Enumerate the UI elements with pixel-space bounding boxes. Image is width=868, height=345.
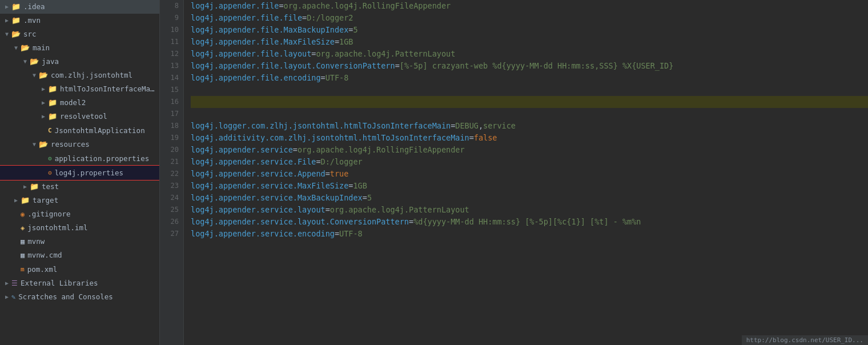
code-area[interactable]: log4j.appender.file=org.apache.log4j.Rol… xyxy=(184,0,868,345)
tree-arrow: ▼ xyxy=(21,56,30,67)
sidebar-item-application.properties[interactable]: ⚙application.properties xyxy=(0,151,159,166)
tree-label: resolvetool xyxy=(60,111,107,122)
sidebar-item-external-libraries[interactable]: ▶☰External Libraries xyxy=(0,276,159,290)
tree-arrow: ▼ xyxy=(30,139,39,150)
code-line: log4j.appender.file=org.apache.log4j.Rol… xyxy=(191,0,868,12)
tree-label: src xyxy=(23,29,37,40)
line-number: 25 xyxy=(164,204,179,216)
sidebar-item-gitignore[interactable]: ◉.gitignore xyxy=(0,207,159,221)
line-number: 27 xyxy=(164,228,179,240)
sidebar-item-JsontohtmlApplication[interactable]: CJsontohtmlApplication xyxy=(0,123,159,138)
tree-icon-folder: 📂 xyxy=(11,29,21,40)
code-line: log4j.appender.service=org.apache.log4j.… xyxy=(191,144,868,156)
code-line: log4j.appender.service.MaxBackupIndex=5 xyxy=(191,192,868,204)
sidebar-item-src[interactable]: ▼📂src xyxy=(0,27,159,41)
sidebar-item-resolvetool[interactable]: ▶📁resolvetool xyxy=(0,110,159,123)
tree-icon-folder: 📂 xyxy=(30,56,39,67)
editor-content: 89101112131415161718192021222324252627 l… xyxy=(160,0,868,345)
tree-arrow: ▼ xyxy=(11,42,21,54)
sidebar-item-pom.xml[interactable]: mpom.xml xyxy=(0,262,159,276)
tree-label: target xyxy=(33,195,58,206)
tree-label: htmlToJsonInterfaceMa... xyxy=(60,83,157,95)
tree-label: Scratches and Consoles xyxy=(18,291,113,303)
sidebar-item-jsontohtml.iml[interactable]: ◈jsontohtml.iml xyxy=(0,221,159,235)
code-line: log4j.appender.service.Append=true xyxy=(191,168,868,180)
code-line: log4j.appender.service.layout=org.apache… xyxy=(191,204,868,216)
line-number: 14 xyxy=(164,72,179,84)
sidebar-item-test[interactable]: ▶📁test xyxy=(0,180,159,194)
tree-label: test xyxy=(42,181,59,192)
tree-icon-mvnw: ▦ xyxy=(21,236,25,247)
tree-arrow: ▼ xyxy=(30,70,39,81)
tree-arrow: ▶ xyxy=(39,111,48,122)
sidebar-item-resources[interactable]: ▼📂resources xyxy=(0,138,159,151)
line-number: 23 xyxy=(164,180,179,192)
tree-icon-java: C xyxy=(48,125,52,137)
sidebar-item-htmlToJsonInterface[interactable]: ▶📁htmlToJsonInterfaceMa... xyxy=(0,82,159,96)
tree-icon-scratch: ✎ xyxy=(11,291,15,303)
tree-arrow: ▶ xyxy=(2,278,11,289)
code-line: log4j.appender.file.layout.ConversionPat… xyxy=(191,60,868,72)
tree-icon-folder: 📁 xyxy=(30,181,39,192)
sidebar-item-scratches[interactable]: ▶✎Scratches and Consoles xyxy=(0,290,159,304)
line-number: 10 xyxy=(164,24,179,36)
tree-icon-iml: ◈ xyxy=(21,222,25,234)
tree-icon-libraries: ☰ xyxy=(11,278,18,289)
code-line: log4j.appender.service.File=D:/logger xyxy=(191,156,868,168)
tree-label: JsontohtmlApplication xyxy=(55,125,145,137)
tree-arrow: ▶ xyxy=(2,291,11,303)
tree-arrow: ▶ xyxy=(39,97,48,109)
line-number: 12 xyxy=(164,48,179,60)
line-number: 15 xyxy=(164,84,179,96)
code-line: log4j.appender.service.MaxFileSize=1GB xyxy=(191,180,868,192)
tree-icon-folder: 📁 xyxy=(48,83,57,95)
code-line xyxy=(191,84,868,96)
tree-icon-folder: 📁 xyxy=(11,15,21,26)
line-number: 20 xyxy=(164,144,179,156)
sidebar-item-mvnw[interactable]: ▦mvnw xyxy=(0,235,159,248)
tree-label: mvnw.cmd xyxy=(27,250,62,261)
sidebar-item-model2[interactable]: ▶📁model2 xyxy=(0,96,159,110)
tree-icon-folder: 📁 xyxy=(11,1,21,13)
tree-label: .gitignore xyxy=(27,208,70,220)
line-number: 21 xyxy=(164,156,179,168)
tree-arrow: ▶ xyxy=(2,1,11,13)
code-line: log4j.appender.file.MaxBackupIndex=5 xyxy=(191,24,868,36)
code-line: log4j.appender.file.MaxFileSize=1GB xyxy=(191,36,868,48)
tree-label: model2 xyxy=(60,97,86,109)
sidebar-item-com-zlhj[interactable]: ▼📂com.zlhj.jsontohtml xyxy=(0,69,159,82)
tree-label: java xyxy=(42,56,59,67)
status-bar: http://blog.csdn.net/USER_ID... xyxy=(742,335,868,345)
tree-icon-properties-green: ⚙ xyxy=(48,153,52,165)
code-line xyxy=(191,108,868,120)
code-line: log4j.appender.service.layout.Conversion… xyxy=(191,216,868,228)
line-number: 11 xyxy=(164,36,179,48)
tree-icon-folder: 📁 xyxy=(21,195,30,206)
line-number: 26 xyxy=(164,216,179,228)
code-editor: 89101112131415161718192021222324252627 l… xyxy=(160,0,868,345)
sidebar-item-idea[interactable]: ▶📁.idea xyxy=(0,0,159,14)
tree-icon-folder: 📂 xyxy=(39,139,48,150)
sidebar-item-target[interactable]: ▶📁target xyxy=(0,194,159,207)
line-numbers: 89101112131415161718192021222324252627 xyxy=(160,0,184,345)
sidebar-item-main[interactable]: ▼📂main xyxy=(0,41,159,55)
tree-label: com.zlhj.jsontohtml xyxy=(51,70,132,81)
tree-label: main xyxy=(33,42,50,54)
tree-icon-folder: 📂 xyxy=(39,70,48,81)
tree-icon-folder: 📁 xyxy=(48,97,57,109)
file-tree[interactable]: ▶📁.idea▶📁.mvn▼📂src▼📂main▼📂java▼📂com.zlhj… xyxy=(0,0,160,345)
tree-icon-folder: 📁 xyxy=(48,111,57,122)
sidebar-item-mvnw.cmd[interactable]: ▦mvnw.cmd xyxy=(0,248,159,262)
tree-label: log4j.properties xyxy=(55,167,123,179)
sidebar-item-log4j.properties[interactable]: ⚙log4j.properties xyxy=(0,166,159,180)
tree-label: pom.xml xyxy=(27,264,58,275)
tree-arrow: ▼ xyxy=(2,29,11,40)
line-number: 22 xyxy=(164,168,179,180)
tree-icon-mvnw: ▦ xyxy=(21,250,25,261)
code-line: log4j.logger.com.zlhj.jsontohtml.htmlToJ… xyxy=(191,120,868,132)
sidebar-item-java[interactable]: ▼📂java xyxy=(0,55,159,69)
tree-icon-pom: m xyxy=(21,263,25,275)
tree-icon-properties-red: ⚙ xyxy=(48,167,52,179)
sidebar-item-mvn[interactable]: ▶📁.mvn xyxy=(0,14,159,27)
tree-arrow: ▶ xyxy=(21,181,30,192)
